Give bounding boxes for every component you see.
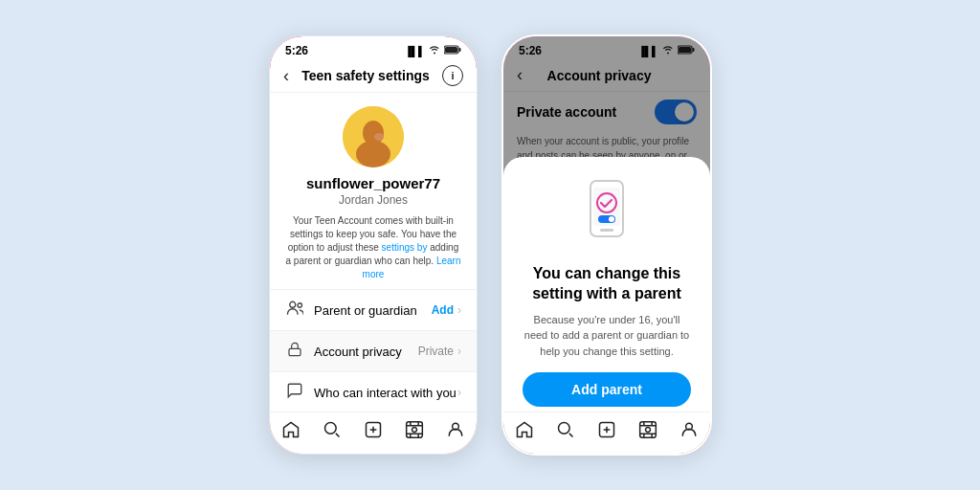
modal-overlay: You can change this setting with a paren…	[503, 36, 710, 454]
username: sunflower_power77	[306, 175, 440, 191]
nav-add-right[interactable]	[597, 420, 616, 444]
info-button-left[interactable]: i	[442, 65, 463, 86]
signal-icon: ▐▌▌	[405, 46, 425, 56]
menu-label-privacy: Account privacy	[314, 345, 418, 359]
profile-section: sunflower_power77 Jordan Jones Your Teen…	[270, 93, 477, 289]
menu-add-parent[interactable]: Add	[432, 303, 454, 317]
svg-point-29	[558, 423, 569, 434]
svg-point-15	[324, 423, 336, 434]
nav-profile-right[interactable]	[679, 420, 699, 444]
parent-icon	[285, 300, 304, 321]
svg-point-32	[646, 428, 651, 433]
page-title-left: Teen safety settings	[289, 68, 442, 83]
battery-icon	[444, 45, 461, 56]
nav-reel-right[interactable]	[638, 420, 657, 444]
menu-item-parent[interactable]: Parent or guardian Add ›	[270, 289, 477, 330]
chevron-interact: ›	[457, 386, 461, 399]
left-phone: 5:26 ▐▌▌ ‹ Teen safety settings i	[268, 34, 479, 456]
nav-bar-left: ‹ Teen safety settings i	[270, 61, 477, 93]
menu-item-interact[interactable]: Who can interact with you ›	[270, 371, 477, 412]
modal-title: You can change this setting with a paren…	[523, 264, 691, 304]
svg-point-6	[374, 133, 384, 141]
lock-icon	[285, 341, 304, 362]
time-left: 5:26	[285, 44, 308, 57]
modal-card: You can change this setting with a paren…	[503, 157, 710, 454]
nav-search-left[interactable]	[323, 420, 342, 444]
svg-rect-9	[289, 348, 301, 355]
svg-point-28	[609, 216, 614, 222]
menu-label-interact: Who can interact with you	[314, 386, 457, 400]
modal-icon-wrap	[523, 176, 691, 253]
chevron-privacy: ›	[457, 345, 461, 358]
nav-reel-left[interactable]	[405, 420, 424, 444]
status-bar-left: 5:26 ▐▌▌	[270, 36, 477, 61]
menu-item-privacy[interactable]: Account privacy Private ›	[270, 330, 477, 371]
phones-container: 5:26 ▐▌▌ ‹ Teen safety settings i	[268, 34, 712, 456]
wifi-icon	[429, 45, 440, 56]
bottom-nav-right	[503, 412, 710, 454]
svg-rect-25	[600, 229, 613, 232]
svg-rect-1	[459, 48, 461, 52]
svg-point-7	[290, 301, 296, 307]
modal-description: Because you're under 16, you'll need to …	[523, 312, 691, 360]
svg-point-8	[298, 303, 302, 308]
svg-point-18	[412, 428, 417, 433]
bottom-nav-left	[270, 412, 477, 454]
menu-value-privacy: Private	[418, 345, 454, 358]
svg-rect-17	[407, 422, 423, 438]
nav-profile-left[interactable]	[446, 420, 465, 444]
nav-home-right[interactable]	[515, 420, 534, 444]
real-name: Jordan Jones	[339, 193, 408, 207]
status-icons-left: ▐▌▌	[405, 45, 461, 56]
right-phone: 5:26 ▐▌▌ ‹ Account privacy	[501, 34, 712, 456]
svg-point-5	[356, 141, 390, 167]
phone-illustration-icon	[573, 176, 640, 253]
add-parent-button[interactable]: Add parent	[523, 372, 691, 407]
svg-rect-2	[445, 47, 457, 53]
interact-icon	[285, 382, 304, 403]
chevron-parent: ›	[457, 303, 461, 317]
menu-label-parent: Parent or guardian	[314, 303, 432, 318]
nav-search-right[interactable]	[556, 420, 575, 444]
nav-home-left[interactable]	[281, 420, 301, 444]
settings-link[interactable]: settings by	[382, 242, 428, 253]
profile-description: Your Teen Account comes with built-in se…	[285, 214, 461, 281]
nav-add-left[interactable]	[364, 420, 383, 444]
avatar	[343, 106, 404, 167]
svg-rect-31	[640, 422, 657, 438]
